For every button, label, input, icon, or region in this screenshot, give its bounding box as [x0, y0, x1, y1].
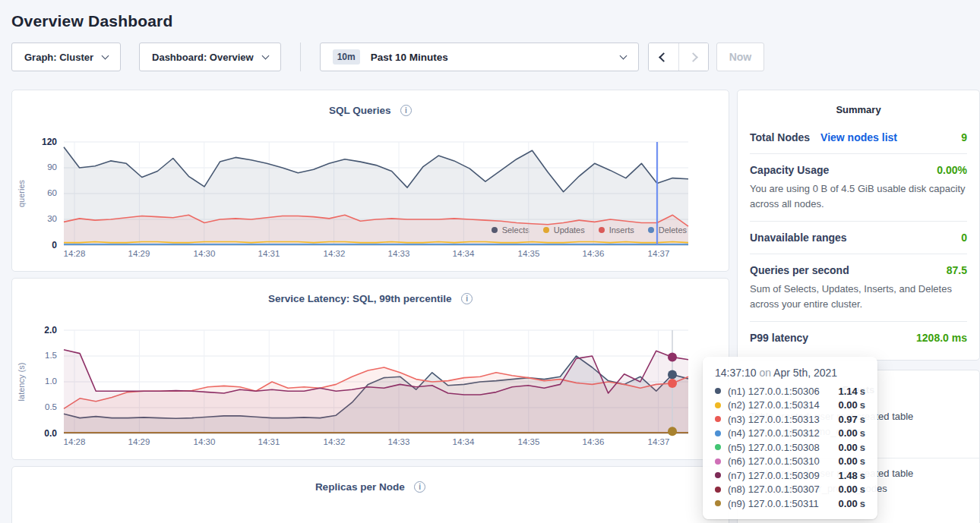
x-tick-label: 14:31	[250, 249, 288, 258]
summary-value: 87.5	[947, 264, 967, 276]
y-axis-label: latency (s)	[15, 330, 27, 433]
x-tick-label: 14:28	[55, 249, 93, 258]
service-latency-panel: Service Latency: SQL, 99th percentile i …	[11, 278, 729, 460]
series-color-dot	[715, 402, 721, 408]
summary-title: Summary	[750, 90, 967, 121]
summary-description: You are using 0 B of 4.5 GiB usable disk…	[750, 181, 967, 211]
tooltip-node-label: (n1) 127.0.0.1:50306	[728, 386, 820, 397]
chevron-down-icon	[261, 52, 269, 59]
tooltip-row: (n6) 127.0.0.1:503100.00s	[715, 455, 865, 469]
summary-panel: Summary Total NodesView nodes list9Capac…	[737, 90, 980, 361]
tooltip-node-value: 0.00s	[838, 399, 865, 411]
summary-value: 0	[961, 232, 967, 244]
x-tick-label: 14:33	[380, 437, 418, 446]
series-color-dot	[715, 458, 721, 465]
time-pager	[648, 43, 709, 71]
info-icon[interactable]: i	[400, 105, 412, 116]
chart-header: Service Latency: SQL, 99th percentile i	[12, 279, 729, 305]
chart-title: Replicas per Node	[315, 481, 405, 493]
summary-row: Queries per second87.5Sum of Selects, Up…	[750, 254, 967, 321]
x-tick-label: 14:31	[250, 437, 288, 446]
x-tick-label: 14:35	[510, 249, 548, 258]
chart-tooltip: 14:37:10 on Apr 5th, 2021 (n1) 127.0.0.1…	[703, 357, 877, 519]
info-icon[interactable]: i	[414, 481, 425, 493]
tooltip-node-value: 0.00s	[838, 442, 865, 453]
tooltip-node-label: (n6) 127.0.0.1:50310	[728, 455, 820, 467]
view-nodes-list-link[interactable]: View nodes list	[820, 131, 897, 143]
chevron-right-icon	[688, 52, 698, 62]
summary-value: 9	[961, 131, 967, 143]
now-button[interactable]: Now	[716, 43, 765, 71]
tooltip-node-label: (n3) 127.0.0.1:50313	[728, 414, 820, 425]
time-range-dropdown[interactable]: 10m Past 10 Minutes	[320, 43, 639, 71]
summary-label: Capacity Usage	[750, 164, 829, 176]
chart-title: Service Latency: SQL, 99th percentile	[268, 293, 452, 304]
summary-row: P99 latency1208.0 ms	[750, 321, 967, 354]
y-tick-label: 0.0	[25, 428, 57, 439]
replicas-per-node-panel: Replicas per Node i	[11, 466, 729, 523]
summary-label: Unavailable ranges	[750, 232, 847, 244]
tooltip-node-value: 0.00s	[838, 427, 865, 439]
summary-description: Sum of Selects, Updates, Inserts, and De…	[750, 282, 967, 311]
time-range-badge: 10m	[333, 49, 360, 65]
tooltip-node-label: (n9) 127.0.0.1:50311	[728, 498, 819, 509]
charts-column: SQL Queries i SelectsUpdatesInsertsDelet…	[11, 90, 729, 523]
summary-label: Queries per second	[750, 264, 849, 276]
tooltip-node-label: (n2) 127.0.0.1:50314	[728, 399, 820, 411]
toolbar-divider	[300, 43, 301, 71]
time-next-button[interactable]	[678, 43, 708, 71]
chart-title: SQL Queries	[329, 105, 391, 116]
summary-value: 0.00%	[937, 164, 967, 176]
x-tick-label: 14:34	[444, 437, 482, 446]
x-tick-label: 14:29	[120, 437, 158, 446]
y-axis-label: queries	[15, 142, 27, 245]
service-latency-chart[interactable]: 0.00.51.01.52.014:2814:2914:3014:3114:32…	[64, 330, 688, 433]
y-tick-label: 30	[25, 214, 57, 223]
tooltip-node-label: (n4) 127.0.0.1:50312	[728, 427, 820, 439]
summary-label: Total Nodes	[750, 131, 810, 143]
y-tick-label: 1.0	[25, 376, 57, 386]
dashboard-dropdown-label: Dashboard: Overview	[152, 52, 254, 63]
chevron-down-icon	[619, 52, 627, 59]
tooltip-node-value: 1.48s	[838, 470, 865, 481]
series-color-dot	[715, 444, 721, 450]
y-tick-label: 1.5	[25, 351, 57, 360]
chart-header: Replicas per Node i	[12, 467, 729, 493]
tooltip-node-value: 0.00s	[838, 498, 865, 509]
tooltip-on: on	[759, 367, 771, 379]
tooltip-row: (n2) 127.0.0.1:503140.00s	[715, 399, 865, 413]
series-color-dot	[715, 500, 721, 506]
toolbar: Graph: Cluster Dashboard: Overview 10m P…	[11, 43, 969, 71]
summary-rows: Total NodesView nodes list9Capacity Usag…	[750, 121, 967, 354]
info-icon[interactable]: i	[461, 293, 473, 304]
graph-dropdown-label: Graph: Cluster	[24, 52, 93, 63]
summary-row: Capacity Usage0.00%You are using 0 B of …	[750, 153, 967, 221]
sql-queries-chart[interactable]: 030609012014:2814:2914:3014:3114:3214:33…	[64, 142, 688, 245]
x-tick-label: 14:34	[444, 249, 482, 258]
service-latency-plot[interactable]	[64, 330, 688, 433]
dashboard-dropdown[interactable]: Dashboard: Overview	[139, 43, 281, 71]
tooltip-row: (n1) 127.0.0.1:503061.14s	[715, 384, 865, 399]
summary-row: Total NodesView nodes list9	[750, 121, 967, 153]
tooltip-row: (n5) 127.0.0.1:503080.00s	[715, 440, 865, 455]
tooltip-node-value: 1.14s	[838, 386, 865, 397]
sql-queries-plot[interactable]	[64, 142, 688, 245]
chevron-down-icon	[102, 52, 109, 59]
time-range-label: Past 10 Minutes	[371, 52, 448, 63]
graph-dropdown[interactable]: Graph: Cluster	[11, 43, 121, 71]
tooltip-rows: (n1) 127.0.0.1:503061.14s(n2) 127.0.0.1:…	[715, 384, 865, 511]
time-prev-button[interactable]	[649, 43, 678, 71]
sql-queries-panel: SQL Queries i SelectsUpdatesInsertsDelet…	[11, 90, 729, 272]
summary-label: P99 latency	[750, 332, 808, 344]
x-tick-label: 14:36	[574, 249, 612, 258]
x-tick-label: 14:32	[315, 249, 353, 258]
page-title: Overview Dashboard	[11, 12, 969, 30]
tooltip-node-label: (n7) 127.0.0.1:50309	[728, 470, 820, 481]
x-tick-label: 14:29	[120, 249, 158, 258]
x-tick-label: 14:30	[185, 437, 223, 446]
tooltip-row: (n8) 127.0.0.1:503070.00s	[715, 483, 865, 497]
x-tick-label: 14:30	[185, 249, 223, 258]
x-tick-label: 14:32	[315, 437, 353, 446]
series-color-dot	[715, 416, 721, 422]
page-header: Overview Dashboard	[0, 0, 980, 30]
